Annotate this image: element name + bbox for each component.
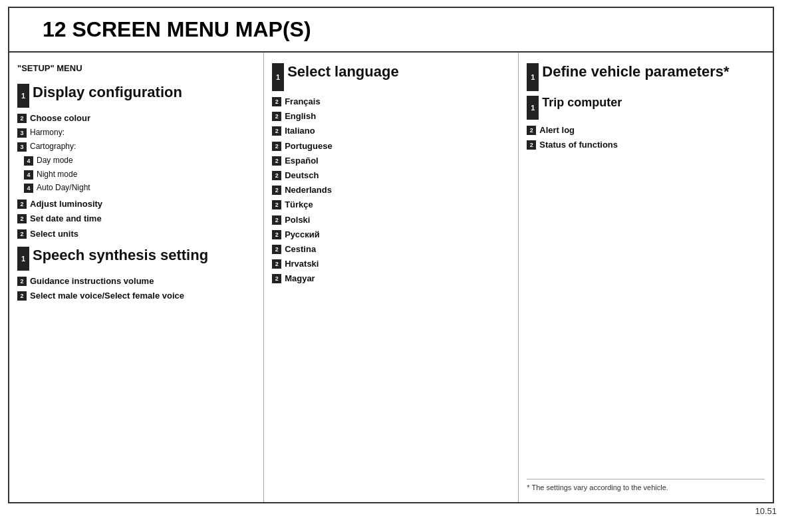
- item-label: Day mode: [37, 155, 73, 166]
- col3-vehicle-menu: 1 Define vehicle parameters* 1 Trip comp…: [519, 53, 773, 502]
- level-badge: 2: [272, 274, 281, 283]
- item-label: Magyar: [285, 273, 315, 285]
- level-badge: 2: [272, 126, 281, 136]
- item-label: Nederlands: [285, 184, 332, 196]
- level-badge: 2: [527, 140, 536, 150]
- item-label: Status of functions: [539, 139, 618, 151]
- list-item: 1 Trip computer: [527, 96, 765, 120]
- col1-header: "SETUP" MENU: [17, 63, 255, 73]
- page-number: 10.51: [8, 506, 790, 516]
- level-badge: 2: [17, 214, 27, 223]
- item-label: Portuguese: [285, 140, 332, 152]
- list-item: 2 Adjust luminosity: [17, 198, 255, 210]
- level-badge: 1: [527, 96, 539, 120]
- item-label: Speech synthesis setting: [33, 247, 208, 264]
- item-label: Define vehicle parameters*: [542, 63, 729, 80]
- page-title: 12 SCREEN MENU MAP(S): [43, 17, 759, 42]
- item-label: Harmony:: [30, 127, 65, 138]
- level-badge: 1: [17, 84, 29, 108]
- item-label: Cestina: [285, 243, 316, 255]
- level-badge: 1: [272, 63, 284, 91]
- item-label: Select male voice/Select female voice: [30, 290, 184, 302]
- item-label: Español: [285, 155, 319, 167]
- list-item: 2 Alert log: [527, 124, 765, 136]
- item-label: Français: [285, 96, 320, 108]
- item-label: English: [285, 110, 316, 122]
- level-badge: 1: [17, 247, 29, 271]
- level-badge: 2: [272, 200, 281, 209]
- level-badge: 2: [17, 114, 27, 123]
- item-label: Select language: [287, 63, 399, 80]
- list-item: 2 English: [272, 110, 510, 122]
- level-badge: 2: [527, 126, 536, 135]
- col1-setup-menu: "SETUP" MENU 1 Display configuration 2 C…: [9, 53, 264, 502]
- list-item: 2 Nederlands: [272, 184, 510, 196]
- item-label: Choose colour: [30, 112, 90, 124]
- list-item: 2 Polski: [272, 214, 510, 226]
- level-badge: 2: [272, 112, 281, 121]
- item-label: Русский: [285, 229, 320, 241]
- list-item: 4 Auto Day/Night: [17, 182, 255, 194]
- list-item: 2 Türkçe: [272, 199, 510, 211]
- list-item: 2 Italiano: [272, 125, 510, 137]
- list-item: 2 Select male voice/Select female voice: [17, 290, 255, 302]
- item-label: Hrvatski: [285, 258, 319, 270]
- item-label: Auto Day/Night: [37, 182, 90, 194]
- col2-language-menu: 1 Select language 2 Français 2 English 2…: [264, 53, 519, 502]
- list-item: 2 Select units: [17, 228, 255, 240]
- level-badge: 2: [272, 97, 281, 106]
- item-label: Alert log: [539, 124, 575, 136]
- list-item: 2 Guidance instructions volume: [17, 275, 255, 287]
- list-item: 1 Select language: [272, 63, 510, 91]
- level-badge: 2: [272, 215, 281, 225]
- level-badge: 2: [272, 230, 281, 239]
- list-item: 2 Portuguese: [272, 140, 510, 152]
- level-badge: 2: [272, 171, 281, 180]
- list-item: 1 Speech synthesis setting: [17, 247, 255, 271]
- item-label: Türkçe: [285, 199, 313, 211]
- list-item: 1 Display configuration: [17, 84, 255, 108]
- level-badge: 2: [272, 245, 281, 254]
- list-item: 2 Status of functions: [527, 139, 765, 151]
- list-item: 2 Français: [272, 96, 510, 108]
- list-item: 2 Set date and time: [17, 213, 255, 225]
- item-label: Polski: [285, 214, 310, 226]
- list-item: 2 Deutsch: [272, 170, 510, 182]
- level-badge: 2: [272, 142, 281, 151]
- level-badge: 2: [17, 291, 27, 301]
- level-badge: 2: [272, 259, 281, 269]
- item-label: Select units: [30, 228, 78, 240]
- level-badge: 4: [24, 156, 33, 166]
- item-label: Italiano: [285, 125, 315, 137]
- level-badge: 3: [17, 142, 27, 152]
- level-badge: 4: [24, 184, 33, 193]
- level-badge: 2: [17, 277, 27, 286]
- level-badge: 4: [24, 170, 33, 180]
- level-badge: 1: [527, 63, 539, 91]
- list-item: 2 Español: [272, 155, 510, 167]
- level-badge: 2: [17, 229, 27, 239]
- level-badge: 2: [272, 156, 281, 166]
- item-label: Trip computer: [542, 96, 622, 110]
- item-label: Cartography:: [30, 141, 76, 152]
- list-item: 2 Русский: [272, 229, 510, 241]
- level-badge: 3: [17, 128, 27, 138]
- level-badge: 2: [272, 186, 281, 195]
- list-item: 4 Day mode: [17, 155, 255, 166]
- item-label: Deutsch: [285, 170, 319, 182]
- item-label: Guidance instructions volume: [30, 275, 154, 287]
- list-item: 3 Harmony:: [17, 127, 255, 138]
- list-item: 4 Night mode: [17, 169, 255, 180]
- item-label: Night mode: [37, 169, 77, 180]
- item-label: Adjust luminosity: [30, 198, 102, 210]
- col3-footnote: * The settings vary according to the veh…: [527, 479, 765, 491]
- list-item: 2 Choose colour: [17, 112, 255, 124]
- level-badge: 2: [17, 200, 27, 209]
- list-item: 2 Cestina: [272, 243, 510, 255]
- list-item: 2 Magyar: [272, 273, 510, 285]
- list-item: 3 Cartography:: [17, 141, 255, 152]
- list-item: 1 Define vehicle parameters*: [527, 63, 765, 91]
- item-label: Display configuration: [33, 84, 182, 101]
- item-label: Set date and time: [30, 213, 102, 225]
- list-item: 2 Hrvatski: [272, 258, 510, 270]
